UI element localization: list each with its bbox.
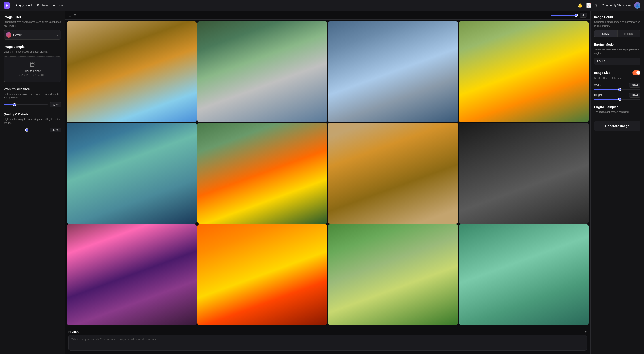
- center-toolbar: ⊞ ≡ 4: [65, 11, 590, 20]
- generate-button[interactable]: Generate Image: [594, 121, 640, 131]
- prompt-guidance-slider[interactable]: [4, 104, 48, 105]
- image-size-title: Image Size: [594, 71, 610, 75]
- count-slider-fill: [551, 15, 578, 16]
- height-label: Height: [594, 94, 602, 97]
- prompt-input[interactable]: [68, 335, 587, 351]
- engine-model-desc: Select the version of the image generato…: [594, 48, 640, 55]
- quality-details-fill: [4, 130, 27, 130]
- quality-details-slider-row: 80 %: [4, 128, 61, 133]
- quality-details-section: Quality & Details Higher values require …: [4, 113, 61, 133]
- quality-details-title: Quality & Details: [4, 113, 61, 116]
- count-slider-thumb[interactable]: [575, 14, 578, 17]
- single-button[interactable]: Single: [594, 30, 618, 37]
- image-size-section: Image Size Width x Height of the image. …: [594, 71, 640, 100]
- logo-icon[interactable]: ◆: [4, 2, 10, 9]
- prompt-guidance-value: 30 %: [50, 102, 61, 107]
- width-label-row: Width 1024: [594, 83, 640, 88]
- image-size-header: Image Size: [594, 71, 640, 75]
- nav-portfolio[interactable]: Portfolio: [37, 3, 48, 8]
- engine-sampler-section: Engine Sampler The image generation samp…: [594, 105, 640, 114]
- width-slider-fill: [594, 89, 620, 90]
- height-row: Height 1024: [594, 93, 640, 100]
- multiple-button[interactable]: Multiple: [618, 30, 641, 37]
- nav-icons: 🔔 📈 ☀ Community Showcase 👤: [578, 2, 640, 9]
- engine-sampler-desc: The image generation sampling: [594, 110, 640, 114]
- upload-label: Click to upload: [8, 70, 57, 73]
- image-size-desc: Width x Height of the image.: [594, 76, 640, 80]
- image-count-toggle: Single Multiple: [594, 30, 640, 37]
- chevron-down-icon: ⌄: [56, 33, 58, 37]
- image-cell-8[interactable]: [459, 123, 589, 223]
- community-label: Community Showcase: [602, 4, 630, 7]
- prompt-guidance-desc: Higher guidance values keep your images …: [4, 92, 61, 100]
- prompt-area: Prompt ⤢: [65, 327, 590, 354]
- width-slider-thumb[interactable]: [618, 88, 621, 91]
- upload-icon: 🖼: [8, 62, 57, 68]
- prompt-guidance-thumb[interactable]: [13, 103, 16, 106]
- prompt-guidance-section: Prompt Guidance Higher guidance values k…: [4, 87, 61, 107]
- image-sample-section: Image Sample Modify an image based on a …: [4, 45, 61, 82]
- image-size-toggle[interactable]: [632, 71, 640, 75]
- width-row: Width 1024: [594, 83, 640, 90]
- center-content: ⊞ ≡ 4: [65, 11, 590, 354]
- image-cell-6[interactable]: [198, 123, 327, 223]
- image-sample-desc: Modify an image based on a text prompt.: [4, 50, 61, 54]
- height-slider-fill: [594, 99, 620, 100]
- image-cell-1[interactable]: [67, 22, 196, 122]
- user-avatar[interactable]: 👤: [634, 2, 640, 9]
- image-cell-5[interactable]: [67, 123, 196, 223]
- image-count-value: 4: [580, 13, 587, 18]
- quality-details-desc: Higher values require more steps, result…: [4, 118, 61, 125]
- engine-select-label: SD 1.6: [596, 60, 606, 63]
- image-cell-2[interactable]: [198, 22, 327, 122]
- nav-account[interactable]: Account: [52, 3, 64, 8]
- prompt-label-text: Prompt: [68, 330, 79, 333]
- height-slider[interactable]: [594, 99, 640, 100]
- filter-select[interactable]: Default ⌄: [4, 30, 61, 40]
- height-label-row: Height 1024: [594, 93, 640, 98]
- filter-select-label: Default: [13, 33, 54, 37]
- image-cell-11[interactable]: [328, 224, 458, 325]
- engine-sampler-title: Engine Sampler: [594, 105, 640, 109]
- filter-avatar: [6, 32, 12, 38]
- bell-icon[interactable]: 🔔: [578, 3, 582, 8]
- grid-view-icon[interactable]: ⊞: [68, 13, 71, 17]
- image-count-desc: Generate a single image or four variatio…: [594, 20, 640, 28]
- image-sample-title: Image Sample: [4, 45, 61, 49]
- width-slider[interactable]: [594, 89, 640, 90]
- width-value: 1024: [629, 83, 640, 88]
- quality-details-slider[interactable]: [4, 130, 48, 130]
- count-slider[interactable]: [551, 15, 578, 16]
- image-filter-desc: Experiment with diverse styles and filte…: [4, 20, 61, 28]
- prompt-guidance-title: Prompt Guidance: [4, 87, 61, 91]
- nav-playground[interactable]: Playground: [15, 3, 32, 8]
- image-cell-7[interactable]: [328, 123, 458, 223]
- image-count-section: Image Count Generate a single image or f…: [594, 15, 640, 37]
- left-sidebar: Image Filter Experiment with diverse sty…: [0, 11, 65, 354]
- width-label: Width: [594, 84, 601, 87]
- image-count-title: Image Count: [594, 15, 640, 19]
- quality-details-value: 80 %: [50, 128, 61, 133]
- prompt-label-row: Prompt ⤢: [68, 330, 587, 333]
- image-cell-9[interactable]: [67, 224, 196, 325]
- quality-details-thumb[interactable]: [25, 128, 28, 132]
- image-cell-4[interactable]: [459, 22, 589, 122]
- image-cell-10[interactable]: [198, 224, 327, 325]
- engine-model-section: Engine Model Select the version of the i…: [594, 43, 640, 65]
- height-slider-thumb[interactable]: [618, 98, 621, 101]
- list-view-icon[interactable]: ≡: [74, 13, 76, 17]
- image-grid: [65, 20, 590, 327]
- prompt-guidance-slider-row: 30 %: [4, 102, 61, 107]
- upload-area[interactable]: 🖼 Click to upload SVG, PNG, JPG or GIF: [4, 56, 61, 82]
- height-value: 1024: [629, 93, 640, 98]
- nav-links: Playground Portfolio Account: [15, 3, 64, 8]
- engine-model-select[interactable]: SD 1.6 ⌄: [594, 58, 640, 65]
- activity-icon[interactable]: 📈: [586, 3, 591, 8]
- count-slider-row: 4: [551, 13, 587, 18]
- sun-icon[interactable]: ☀: [594, 3, 598, 8]
- engine-chevron-icon: ⌄: [636, 60, 638, 63]
- image-cell-3[interactable]: [328, 22, 458, 122]
- upload-hint: SVG, PNG, JPG or GIF: [8, 74, 57, 76]
- prompt-expand-icon[interactable]: ⤢: [584, 330, 587, 333]
- image-cell-12[interactable]: [459, 224, 589, 325]
